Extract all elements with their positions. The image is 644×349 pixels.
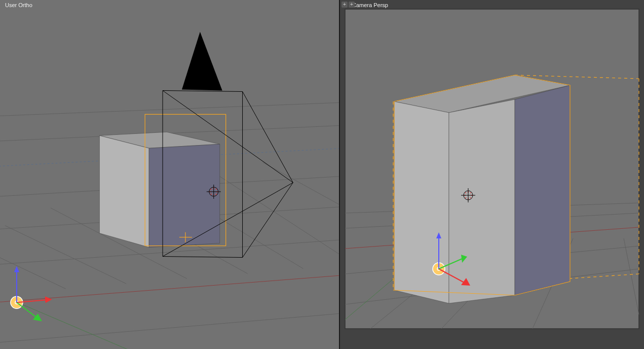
scene-left[interactable] [0, 0, 339, 349]
viewport-container: User Ortho [0, 0, 644, 349]
svg-line-8 [15, 301, 151, 349]
view-label-right: Camera Persp [352, 2, 388, 8]
svg-line-23 [243, 183, 293, 258]
svg-rect-49 [340, 329, 644, 349]
svg-line-46 [17, 302, 37, 318]
svg-marker-45 [45, 296, 52, 303]
svg-marker-43 [14, 266, 19, 272]
svg-line-61 [624, 238, 639, 315]
svg-marker-26 [182, 32, 222, 91]
split-plus-2[interactable]: + [349, 2, 355, 8]
viewport-camera-persp[interactable]: + + Camera Persp [340, 0, 644, 349]
split-plus-1[interactable]: + [342, 2, 348, 8]
cube-mesh[interactable] [99, 132, 219, 247]
corner-widget[interactable]: + + [342, 2, 355, 8]
svg-rect-51 [639, 9, 644, 329]
svg-marker-19 [149, 144, 220, 247]
svg-marker-68 [449, 99, 515, 303]
svg-line-64 [515, 75, 639, 79]
scene-right[interactable] [340, 0, 644, 349]
svg-marker-47 [33, 313, 42, 321]
viewport-user-ortho[interactable]: User Ortho [0, 0, 340, 349]
svg-marker-69 [515, 85, 570, 295]
view-label-left: User Ortho [5, 2, 32, 8]
gizmo-left[interactable] [11, 266, 52, 321]
svg-marker-18 [99, 135, 149, 247]
cube-camera-view[interactable] [394, 75, 570, 303]
svg-rect-50 [340, 9, 345, 329]
